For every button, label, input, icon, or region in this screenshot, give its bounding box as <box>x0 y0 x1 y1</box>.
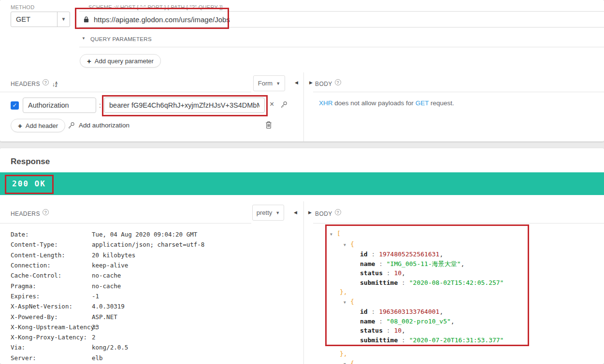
method-label: METHOD <box>11 4 34 10</box>
collapse-right-icon[interactable]: ▶ <box>309 80 313 85</box>
response-header-row: Content-Type:application/json; charset=u… <box>11 239 204 250</box>
header-name: Date: <box>11 231 92 238</box>
header-value: 4.0.30319 <box>92 303 125 310</box>
header-name: X-AspNet-Version: <box>11 303 92 310</box>
json-line: ▼{ <box>330 239 503 250</box>
json-line: status : 10, <box>330 268 503 278</box>
body-view-dropdown[interactable]: pretty ▼ <box>252 205 284 221</box>
header-name: X-Kong-Upstream-Latency: <box>11 323 92 331</box>
json-token: { <box>350 240 354 248</box>
json-line: }, <box>330 349 503 359</box>
json-token: [ <box>337 230 341 237</box>
help-icon[interactable]: ? <box>335 79 341 85</box>
chevron-down-icon[interactable]: ▼ <box>57 12 70 27</box>
colon-separator: : <box>99 101 101 109</box>
add-authorization-button[interactable]: Add authorization <box>68 122 129 129</box>
header-name: Pragma: <box>11 282 92 290</box>
response-panel: Response 200 OK HEADERS? pretty ▼ ◀ ▶ BO… <box>0 148 604 364</box>
header-value: Tue, 04 Aug 2020 09:04:20 GMT <box>92 231 197 238</box>
method-select[interactable]: GET ▼ <box>11 12 70 27</box>
xhr-link[interactable]: XHR <box>319 99 333 107</box>
header-value: 20 kilobytes <box>92 252 135 259</box>
json-token: : <box>368 251 379 258</box>
json-line: submittime : "2020-07-20T16:31:53.377" <box>330 336 503 345</box>
response-header-row: Content-Length:20 kilobytes <box>11 250 204 260</box>
response-header-row: Cache-Control:no-cache <box>11 270 204 280</box>
json-token: id <box>360 308 368 315</box>
json-token: submittime <box>360 336 398 344</box>
response-header-row: Pragma:no-cache <box>11 280 204 291</box>
add-query-parameter-label: Add query parameter <box>95 57 154 65</box>
url-input[interactable] <box>93 15 604 24</box>
json-token: "2020-07-20T16:31:53.377" <box>409 336 504 344</box>
header-value: elb <box>92 354 103 362</box>
json-token: : <box>368 308 379 315</box>
query-parameters-label: QUERY PARAMETERS <box>90 36 152 42</box>
json-token: : <box>375 260 386 267</box>
key-icon[interactable] <box>280 101 288 110</box>
collapse-left-icon[interactable]: ◀ <box>295 80 298 85</box>
header-value-input[interactable] <box>104 98 265 113</box>
response-header-row: Expires:-1 <box>11 291 204 301</box>
header-name-input[interactable] <box>23 98 96 113</box>
header-name: Content-Type: <box>11 241 92 248</box>
json-token: : <box>398 336 409 344</box>
request-body-section: BODY? <box>315 79 341 87</box>
get-link[interactable]: GET <box>416 99 429 107</box>
json-token: name <box>360 260 375 267</box>
response-header-row: Server:elb <box>11 353 204 363</box>
json-token: 10 <box>394 327 402 334</box>
body-message: XHR does not allow payloads for GET requ… <box>319 99 454 107</box>
collapse-right-icon[interactable]: ▶ <box>308 210 312 215</box>
header-value: no-cache <box>92 272 121 279</box>
plus-icon: + <box>87 57 91 65</box>
request-panel: METHOD GET ▼ SCHEME :// HOST [ ":" PORT … <box>0 0 604 141</box>
collapse-icon[interactable]: ▼ <box>344 360 350 364</box>
remove-header-icon[interactable]: × <box>270 100 274 109</box>
header-name: Expires: <box>11 293 92 300</box>
body-message-text: request. <box>429 99 454 107</box>
collapse-icon[interactable]: ▼ <box>344 298 350 308</box>
body-message-text: does not allow payloads for <box>333 99 416 107</box>
json-token: submittime <box>360 279 398 286</box>
add-query-parameter-button[interactable]: + Add query parameter <box>80 54 161 68</box>
header-name: X-Powered-By: <box>11 313 92 321</box>
lock-icon <box>84 16 89 23</box>
collapse-icon[interactable]: ▼ <box>344 240 350 250</box>
json-line: status : 10, <box>330 326 503 336</box>
json-line: ▼{ <box>330 359 503 364</box>
add-header-button[interactable]: + Add header <box>11 119 65 132</box>
response-header-row: Connection:keep-alive <box>11 260 204 270</box>
collapse-icon[interactable]: ▼ <box>82 36 86 41</box>
json-token: 10 <box>394 269 402 277</box>
response-body-section: BODY? <box>315 209 341 217</box>
request-headers-section: HEADERS?↓AZ <box>11 79 58 88</box>
body-format-dropdown[interactable]: Form ▼ <box>253 75 285 91</box>
response-headers-section: HEADERS? <box>11 209 49 217</box>
help-icon[interactable]: ? <box>43 209 49 215</box>
sort-az-icon[interactable]: ↓AZ <box>52 81 58 88</box>
help-icon[interactable]: ? <box>335 209 341 215</box>
body-view-value: pretty <box>257 209 273 216</box>
json-token: id <box>360 251 368 258</box>
json-line: }, <box>330 287 503 297</box>
json-token: : <box>383 269 394 277</box>
json-line: name : "08_002-pro10_v5", <box>330 317 503 326</box>
collapse-icon[interactable]: ▼ <box>330 230 337 239</box>
collapse-left-icon[interactable]: ◀ <box>294 210 297 215</box>
url-field[interactable] <box>79 11 604 28</box>
header-name: Via: <box>11 344 92 351</box>
json-token: : <box>383 327 394 334</box>
help-icon[interactable]: ? <box>43 79 49 85</box>
trash-icon[interactable] <box>265 121 273 131</box>
panel-divider[interactable] <box>303 201 304 364</box>
json-line: ▼[ <box>330 229 503 239</box>
header-enabled-checkbox[interactable]: ✓ <box>11 101 19 110</box>
header-value: -1 <box>92 293 99 300</box>
header-value: 2 <box>92 334 96 341</box>
key-icon <box>68 122 75 129</box>
panel-divider[interactable] <box>303 72 304 141</box>
json-token: 1974805252561631 <box>379 251 439 258</box>
body-label: BODY <box>315 81 332 87</box>
plus-icon: + <box>18 122 22 130</box>
